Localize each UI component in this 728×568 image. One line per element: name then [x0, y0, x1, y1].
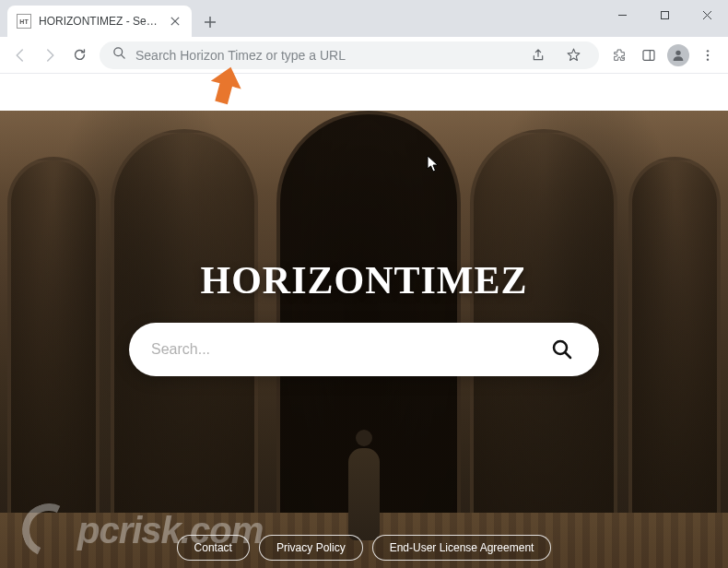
reload-button[interactable] — [66, 42, 92, 68]
share-icon[interactable] — [525, 42, 551, 68]
footer-link-privacy[interactable]: Privacy Policy — [259, 535, 363, 561]
sidepanel-icon[interactable] — [636, 42, 662, 68]
hero-search-input[interactable] — [151, 341, 547, 358]
forward-button[interactable] — [37, 42, 63, 68]
svg-point-5 — [707, 53, 709, 55]
cursor-icon — [427, 155, 440, 177]
back-button[interactable] — [7, 42, 33, 68]
svg-rect-2 — [643, 50, 654, 60]
hero-section: HORIZONTIMEZ Contact Privacy Policy End-… — [0, 111, 728, 568]
footer-link-eula[interactable]: End-User License Agreement — [372, 535, 552, 561]
menu-dots-icon[interactable] — [695, 42, 721, 68]
browser-toolbar — [0, 37, 728, 74]
hero-search-button[interactable] — [547, 335, 577, 364]
tab-title: HORIZONTIMEZ - Search With U... — [39, 15, 160, 28]
svg-point-4 — [707, 50, 709, 52]
page-content: HORIZONTIMEZ Contact Privacy Policy End-… — [0, 74, 728, 568]
page-header-gap — [0, 74, 728, 111]
window-controls — [601, 0, 728, 30]
close-window-button[interactable] — [686, 0, 728, 30]
extensions-icon[interactable] — [606, 42, 632, 68]
footer-links: Contact Privacy Policy End-User License … — [0, 535, 728, 561]
browser-titlebar: HT HORIZONTIMEZ - Search With U... — [0, 0, 728, 37]
browser-tab[interactable]: HT HORIZONTIMEZ - Search With U... — [7, 6, 192, 37]
tab-favicon: HT — [17, 14, 31, 29]
bookmark-star-icon[interactable] — [560, 42, 586, 68]
minimize-button[interactable] — [601, 0, 643, 30]
svg-point-3 — [675, 50, 680, 54]
maximize-button[interactable] — [643, 0, 686, 30]
hero-search-bar[interactable] — [129, 323, 599, 376]
address-input[interactable] — [135, 48, 516, 63]
annotation-arrow-icon — [205, 65, 247, 111]
search-icon — [112, 46, 126, 64]
close-tab-icon[interactable] — [168, 14, 182, 29]
svg-point-6 — [707, 58, 709, 60]
new-tab-button[interactable] — [197, 9, 223, 35]
footer-link-contact[interactable]: Contact — [177, 535, 250, 561]
svg-rect-0 — [661, 11, 668, 18]
profile-avatar[interactable] — [665, 42, 691, 68]
brand-title: HORIZONTIMEZ — [0, 258, 728, 302]
address-bar[interactable] — [100, 41, 599, 69]
